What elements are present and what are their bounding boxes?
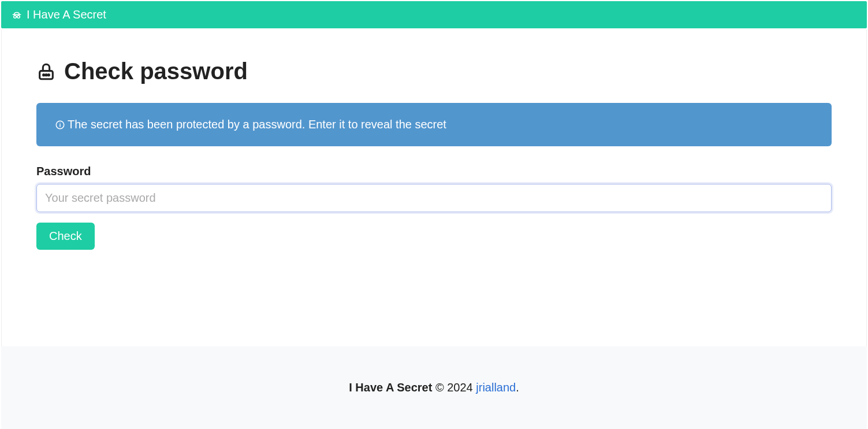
- svg-point-5: [48, 74, 49, 75]
- password-form: Password Check: [36, 165, 832, 250]
- page-title: Check password: [64, 58, 248, 84]
- lock-icon: [36, 62, 56, 82]
- secret-agent-icon: [12, 10, 22, 20]
- footer-brand: I Have A Secret: [349, 381, 432, 394]
- navbar: I Have A Secret: [1, 1, 867, 28]
- check-button[interactable]: Check: [36, 223, 95, 250]
- main-content: Check password The secret has been prote…: [1, 29, 867, 346]
- footer: I Have A Secret © 2024 jrialland.: [1, 346, 867, 429]
- info-icon: [55, 120, 65, 130]
- info-alert: The secret has been protected by a passw…: [36, 103, 832, 146]
- password-label: Password: [36, 165, 832, 178]
- footer-copyright: © 2024: [432, 381, 476, 394]
- footer-period: .: [516, 381, 519, 394]
- navbar-title[interactable]: I Have A Secret: [27, 8, 106, 21]
- footer-author-link[interactable]: jrialland: [476, 381, 516, 394]
- alert-text: The secret has been protected by a passw…: [68, 118, 446, 131]
- page-title-row: Check password: [36, 58, 832, 84]
- svg-point-3: [43, 74, 44, 75]
- svg-point-4: [46, 74, 47, 75]
- password-input[interactable]: [36, 184, 832, 212]
